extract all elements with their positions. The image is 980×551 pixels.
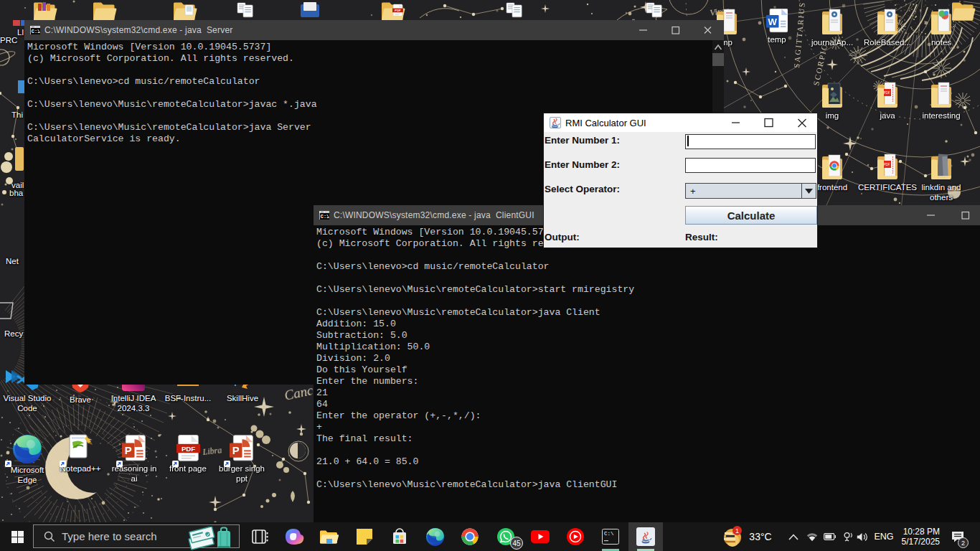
svg-text:PDF: PDF <box>884 91 890 95</box>
svg-text:PDF: PDF <box>884 163 890 166</box>
svg-text:C:\: C:\ <box>604 531 614 537</box>
